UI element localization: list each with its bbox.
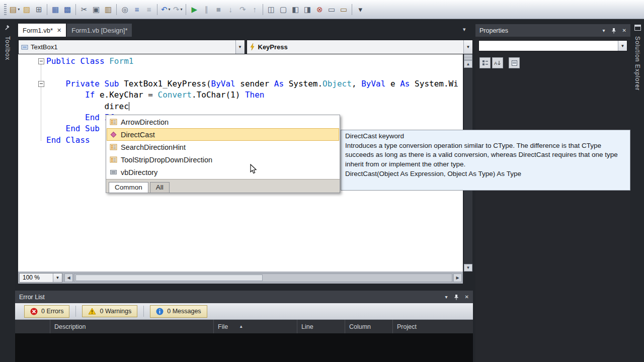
command-window-icon[interactable]: ▭ — [338, 3, 350, 16]
object-combo-dropdown-icon[interactable]: ▼ — [235, 40, 245, 54]
add-item-icon[interactable]: ▤▾ — [9, 3, 21, 16]
completion-filter-tab[interactable]: Common — [109, 182, 148, 193]
column-header[interactable]: File▲ — [214, 320, 297, 333]
column-header[interactable] — [15, 320, 50, 333]
solution-explorer-icon — [634, 24, 641, 33]
add-new-project-icon[interactable]: ⊞ — [33, 3, 45, 16]
paste-icon[interactable]: ▥ — [102, 3, 114, 16]
fold-toggle-icon[interactable] — [38, 81, 44, 87]
completion-filter-tab[interactable]: All — [150, 182, 170, 193]
error-list-window-icon[interactable]: ⊗ — [313, 3, 326, 16]
completion-item[interactable]: ToolStripDropDownDirection — [107, 153, 339, 166]
find-icon[interactable]: ◎ — [119, 3, 131, 16]
toolbar-separator — [75, 306, 76, 317]
toolbar-icon-glyph: ≡ — [147, 6, 151, 13]
comment-icon[interactable]: ≡ — [131, 3, 143, 16]
column-header-label: Project — [397, 323, 417, 330]
open-file-icon[interactable]: ▨ — [21, 3, 33, 16]
alphabetical-icon[interactable]: A — [492, 57, 503, 68]
step-over-icon[interactable]: ↷ — [236, 3, 249, 16]
completion-item-label: DirectCast — [121, 131, 155, 139]
error-filter-button[interactable]: 0 Messages — [150, 305, 207, 318]
code-text: End Class — [46, 135, 90, 145]
zoom-combo[interactable]: 100 % ▼ — [19, 273, 62, 283]
stop-debugging-icon[interactable]: ■ — [212, 3, 224, 16]
close-icon[interactable]: ✕ — [465, 294, 469, 300]
object-browser-icon[interactable]: ◧ — [289, 3, 301, 16]
toolbox-rail-tab[interactable]: Toolbox — [0, 19, 15, 362]
redo-icon[interactable]: ↷▾ — [172, 3, 184, 16]
document-tab[interactable]: Form1.vb [Design]* — [67, 24, 132, 37]
break-all-icon[interactable]: ∥ — [200, 3, 212, 16]
pin-icon[interactable] — [454, 294, 459, 300]
completion-item[interactable]: DirectCast — [107, 128, 339, 141]
pin-icon[interactable] — [611, 28, 616, 34]
error-filter-button[interactable]: 0 Errors — [24, 305, 69, 318]
event-combo-value: KeyPress — [258, 43, 464, 51]
column-header[interactable]: Project — [393, 320, 473, 333]
horizontal-scroll-track[interactable] — [74, 274, 452, 282]
code-line[interactable]: Public Class Form1 — [18, 56, 463, 67]
horizontal-scroll-thumb[interactable] — [75, 275, 263, 281]
dropdown-arrow-icon[interactable]: ▾ — [180, 7, 182, 12]
column-header[interactable]: Line — [297, 320, 345, 333]
undo-icon[interactable]: ↶▾ — [159, 3, 172, 16]
copy-icon[interactable]: ▣ — [90, 3, 102, 16]
object-combo[interactable]: TextBox1 ▼ — [18, 40, 245, 54]
immediate-window-icon[interactable]: ▭ — [326, 3, 338, 16]
column-header[interactable]: Column — [345, 320, 393, 333]
window-menu-chevron-icon[interactable]: ▾ — [603, 28, 605, 33]
code-line[interactable]: Private Sub TextBox1_KeyPress(ByVal send… — [18, 78, 463, 89]
close-icon[interactable]: ✕ — [57, 27, 61, 34]
toolbar-icon-glyph: ∥ — [204, 6, 208, 13]
dropdown-arrow-icon[interactable]: ▾ — [168, 7, 170, 12]
scroll-left-icon[interactable]: ◀ — [64, 274, 73, 282]
scroll-down-icon[interactable]: ▼ — [464, 264, 472, 272]
split-editor-handle[interactable] — [464, 54, 472, 60]
uncomment-icon[interactable]: ≡ — [143, 3, 155, 16]
properties-object-combo[interactable]: ▼ — [478, 40, 627, 51]
toolbar-grip[interactable] — [4, 4, 7, 15]
save-icon[interactable]: ▦ — [49, 3, 61, 16]
completion-item[interactable]: SearchDirectionHint — [107, 141, 339, 153]
code-line[interactable]: direc — [18, 101, 463, 112]
step-out-icon[interactable]: ↑ — [249, 3, 261, 16]
tab-list-chevron-icon[interactable]: ▾ — [463, 26, 466, 33]
properties-combo-dropdown-icon[interactable]: ▼ — [618, 41, 627, 51]
save-all-icon[interactable]: ▩ — [61, 3, 73, 16]
toolbar-icons: ▤▾▨⊞▦▩✂▣▥◎≡≡↶▾↷▾▶∥■↓↷↑◫▢◧◨⊗▭▭▾ — [9, 3, 366, 16]
event-combo[interactable]: KeyPress ▼ — [247, 40, 473, 54]
solution-explorer-rail-tab[interactable]: Solution Explorer — [631, 19, 644, 362]
error-filter-button[interactable]: 0 Warnings — [82, 305, 137, 317]
completion-item[interactable]: vbDirectory — [107, 166, 339, 178]
property-pages-icon[interactable] — [509, 57, 520, 68]
categorized-icon[interactable] — [479, 57, 491, 68]
toolbar-icon-glyph: ◫ — [268, 6, 275, 13]
fold-toggle-icon[interactable] — [38, 58, 44, 64]
code-line[interactable]: If e.KeyChar = Convert.ToChar(1) Then — [18, 89, 463, 101]
error-list-toolbar: 0 Errors0 Warnings0 Messages — [15, 303, 473, 320]
error-list-body[interactable] — [15, 333, 473, 362]
column-header[interactable]: Description — [50, 320, 214, 333]
start-debugging-icon[interactable]: ▶ — [188, 3, 200, 16]
event-combo-dropdown-icon[interactable]: ▼ — [463, 40, 472, 54]
cut-icon[interactable]: ✂ — [78, 3, 90, 16]
toolbar-icon-glyph: ✂ — [81, 6, 88, 13]
document-tab[interactable]: Form1.vb*✕ — [18, 24, 66, 37]
properties-panel: Properties ▾ ✕ ▼ A — [475, 24, 630, 362]
toolbox-window-icon[interactable]: ◨ — [301, 3, 313, 16]
solution-explorer-icon[interactable]: ◫ — [265, 3, 277, 16]
toolbar-icon-glyph: ⊗ — [316, 6, 323, 13]
dropdown-arrow-icon[interactable]: ▾ — [18, 7, 20, 12]
close-icon[interactable]: ✕ — [622, 28, 626, 33]
code-line[interactable] — [18, 67, 463, 78]
step-into-icon[interactable]: ↓ — [224, 3, 236, 16]
properties-window-icon[interactable]: ▢ — [277, 3, 289, 16]
toolbar-overflow-icon[interactable]: ▾ — [354, 3, 366, 16]
column-header-label: Line — [301, 323, 313, 330]
scroll-right-icon[interactable]: ▶ — [453, 274, 462, 282]
scroll-up-icon[interactable]: ▲ — [464, 60, 472, 68]
zoom-dropdown-icon[interactable]: ▼ — [53, 274, 62, 282]
window-menu-chevron-icon[interactable]: ▾ — [445, 294, 448, 300]
completion-item[interactable]: ArrowDirection — [107, 116, 339, 128]
